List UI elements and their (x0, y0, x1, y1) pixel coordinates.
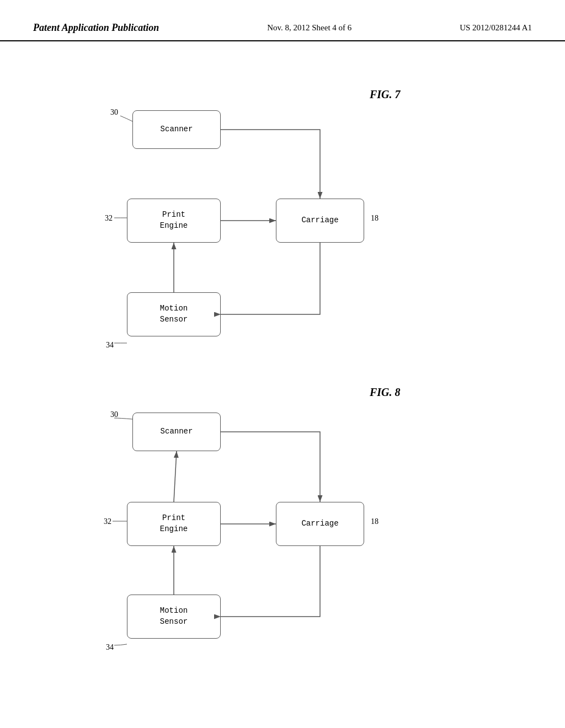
fig7-ref18: 18 (371, 214, 379, 223)
fig8-print-engine-box: Print Engine (127, 502, 221, 546)
fig7-label: FIG. 7 (370, 88, 401, 101)
fig7-ref30: 30 (110, 108, 118, 117)
fig8-ref32: 32 (104, 517, 111, 526)
page-header: Patent Application Publication Nov. 8, 2… (0, 22, 565, 41)
fig8-ref18: 18 (371, 517, 379, 526)
fig7-ref34: 34 (106, 341, 114, 350)
date-sheet-info: Nov. 8, 2012 Sheet 4 of 6 (267, 23, 351, 33)
fig7-motion-sensor-box: Motion Sensor (127, 292, 221, 336)
patent-number: US 2012/0281244 A1 (460, 23, 532, 33)
fig8-ref34: 34 (106, 643, 114, 652)
fig8-motion-sensor-box: Motion Sensor (127, 595, 221, 639)
fig8-ref30: 30 (110, 410, 118, 419)
fig7-ref32: 32 (105, 214, 113, 223)
publication-title: Patent Application Publication (33, 22, 159, 34)
fig8-scanner-box: Scanner (132, 413, 221, 451)
fig8-carriage-box: Carriage (276, 502, 364, 546)
svg-line-6 (174, 451, 177, 502)
diagram-arrows (0, 0, 565, 728)
fig7-carriage-box: Carriage (276, 199, 364, 243)
fig7-scanner-box: Scanner (132, 110, 221, 149)
fig7-print-engine-box: Print Engine (127, 199, 221, 243)
fig8-label: FIG. 8 (370, 386, 401, 399)
